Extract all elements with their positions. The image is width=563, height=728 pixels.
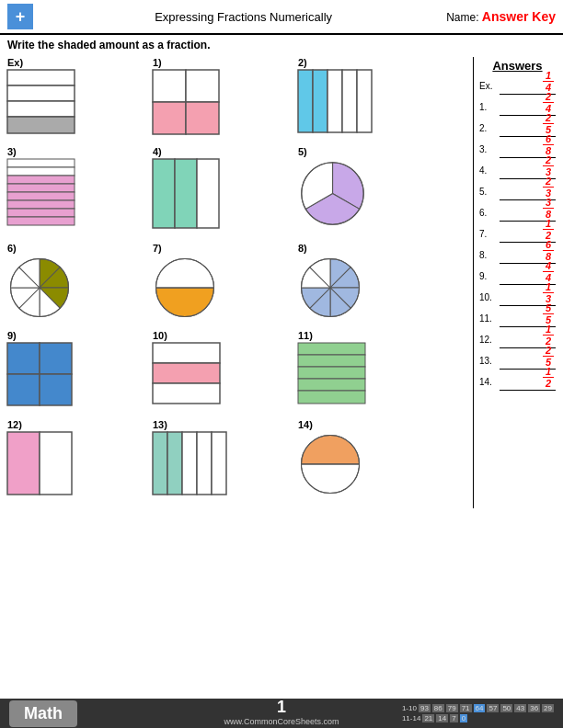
- footer-url: www.CommonCoreSheets.com: [224, 717, 339, 726]
- svg-rect-23: [197, 159, 219, 228]
- svg-rect-16: [7, 184, 75, 192]
- svg-rect-29: [7, 343, 40, 374]
- answer-label-4: 4.: [479, 165, 500, 176]
- problem-1: 1): [153, 57, 291, 139]
- svg-rect-2: [7, 101, 75, 117]
- answer-label-7: 7.: [479, 229, 500, 239]
- svg-rect-30: [40, 343, 72, 374]
- answer-label-14: 14.: [479, 377, 500, 387]
- problem-12: 12): [7, 419, 145, 501]
- shape-8: [298, 256, 362, 320]
- problem-5: 5): [298, 146, 436, 231]
- svg-rect-11: [342, 70, 357, 132]
- shape-ex: [7, 70, 76, 136]
- answer-fraction-0: 14: [543, 70, 554, 93]
- page-title: Expressing Fractions Numerically: [40, 10, 446, 24]
- svg-rect-40: [298, 391, 365, 404]
- svg-rect-35: [153, 383, 220, 404]
- footer-scores: 1-10 93 86 79 71 64 57 50 43 36 29 11-14…: [402, 704, 554, 722]
- answer-label-9: 9.: [479, 271, 500, 281]
- svg-rect-21: [153, 159, 175, 228]
- answer-fraction-13: 25: [543, 345, 554, 368]
- problem-13: 13): [153, 419, 291, 501]
- svg-rect-5: [186, 70, 219, 102]
- svg-rect-13: [7, 159, 75, 167]
- svg-rect-36: [298, 343, 365, 355]
- shape-5: [298, 159, 367, 228]
- answer-fraction-7: 12: [543, 218, 554, 241]
- svg-rect-44: [167, 432, 182, 495]
- answer-fraction-6: 38: [543, 197, 554, 220]
- answer-item-14: 14.12: [479, 372, 556, 391]
- answer-fraction-2: 25: [543, 112, 554, 135]
- problem-9: 9): [7, 330, 145, 412]
- svg-rect-17: [7, 192, 75, 200]
- svg-rect-37: [298, 355, 365, 367]
- svg-rect-47: [212, 432, 226, 495]
- score-range-1: 1-10: [402, 704, 417, 712]
- shape-13: [153, 432, 231, 498]
- svg-rect-22: [175, 159, 197, 228]
- svg-rect-12: [357, 70, 372, 132]
- svg-rect-9: [313, 70, 327, 132]
- problem-6: 6): [7, 243, 145, 323]
- svg-rect-10: [327, 70, 342, 132]
- shape-6: [7, 256, 72, 320]
- answer-fraction-10: 13: [543, 281, 554, 304]
- svg-rect-43: [153, 432, 167, 495]
- shape-14: [298, 432, 362, 496]
- shape-11: [298, 343, 367, 409]
- problem-ex: Ex): [7, 57, 145, 139]
- shape-1: [153, 70, 222, 136]
- svg-rect-39: [298, 379, 365, 391]
- problem-2: 2): [298, 57, 436, 139]
- answer-label-0: Ex.: [479, 81, 500, 91]
- answer-label-8: 8.: [479, 250, 500, 260]
- answer-line-14: 12: [500, 372, 556, 391]
- answer-fraction-14: 12: [543, 366, 554, 389]
- answer-label-1: 1.: [479, 102, 500, 112]
- logo-icon: +: [7, 4, 33, 29]
- svg-rect-4: [153, 70, 186, 102]
- shape-7: [153, 256, 217, 320]
- svg-rect-42: [40, 432, 72, 495]
- answer-fraction-12: 12: [543, 324, 554, 347]
- svg-rect-0: [7, 70, 75, 85]
- answer-fraction-4: 23: [543, 154, 554, 177]
- problem-3: 3): [7, 146, 145, 235]
- shape-9: [7, 343, 76, 409]
- svg-rect-15: [7, 176, 75, 184]
- svg-rect-46: [197, 432, 212, 495]
- answer-label-10: 10.: [479, 292, 500, 302]
- svg-rect-1: [7, 85, 75, 101]
- problem-4: 4): [153, 146, 291, 235]
- answer-fraction-11: 55: [543, 302, 554, 325]
- footer-math-label: Math: [24, 704, 63, 722]
- name-label: Name: Answer Key: [446, 9, 556, 24]
- answers-column: Answers Ex.141.242.253.684.235.236.387.1…: [473, 57, 556, 508]
- answer-label-6: 6.: [479, 208, 500, 218]
- answers-list: Ex.141.242.253.684.235.236.387.128.689.4…: [479, 76, 556, 391]
- header: + Expressing Fractions Numerically Name:…: [0, 0, 563, 35]
- score-range-2: 11-14: [402, 714, 420, 722]
- problem-11: 11): [298, 330, 436, 412]
- problem-10: 10): [153, 330, 291, 412]
- problem-14: 14): [298, 419, 436, 499]
- svg-rect-33: [153, 343, 220, 363]
- svg-rect-19: [7, 209, 75, 217]
- answer-label-11: 11.: [479, 313, 500, 324]
- problems-area: Ex) 1): [7, 57, 473, 508]
- footer: Math 1 www.CommonCoreSheets.com 1-10 93 …: [0, 699, 563, 728]
- svg-rect-31: [7, 374, 40, 405]
- answer-label-2: 2.: [479, 123, 500, 133]
- answer-label-3: 3.: [479, 144, 500, 154]
- problem-7: 7): [153, 243, 291, 323]
- shape-12: [7, 432, 76, 498]
- svg-rect-32: [40, 374, 72, 405]
- svg-rect-45: [182, 432, 197, 495]
- shape-3: [7, 159, 76, 233]
- shape-10: [153, 343, 222, 409]
- svg-rect-34: [153, 363, 220, 383]
- svg-rect-6: [153, 102, 186, 134]
- svg-rect-7: [186, 102, 219, 134]
